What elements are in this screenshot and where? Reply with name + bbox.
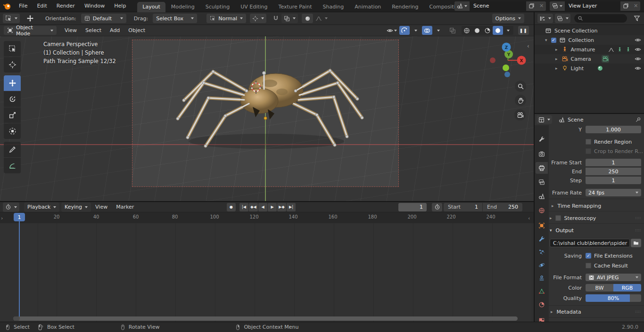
gizmos-dropdown[interactable] — [411, 26, 421, 35]
menu-window[interactable]: Window — [80, 0, 109, 12]
pan-hand-button[interactable] — [515, 95, 526, 106]
overlays-toggle[interactable] — [422, 26, 432, 35]
menu-add[interactable]: Add — [106, 27, 124, 33]
pin-icon[interactable] — [635, 117, 641, 123]
color-rgb-button[interactable]: RGB — [613, 284, 641, 292]
keying-dropdown[interactable]: Keying — [61, 202, 91, 212]
prev-keyframe-button[interactable]: ◆◀ — [249, 203, 258, 211]
sidebar-collapse-arrow[interactable]: ‹ — [527, 43, 529, 49]
timeline-tracks[interactable] — [0, 223, 534, 322]
delete-scene-button[interactable]: ✕ — [537, 1, 546, 11]
viewport-canvas[interactable]: Camera Perspective (1) Collection | Sphe… — [0, 36, 534, 201]
jump-to-start-button[interactable]: |◀ — [239, 203, 248, 211]
cache-result-checkbox[interactable] — [586, 263, 591, 268]
browse-scene-button[interactable] — [454, 1, 470, 11]
zoom-button[interactable] — [515, 81, 526, 92]
shading-dropdown[interactable] — [503, 26, 513, 35]
tool-move[interactable] — [4, 75, 21, 91]
tool-transform[interactable] — [4, 123, 21, 139]
stereoscopy-section[interactable]: ▸Stereoscopy∷∷ — [549, 214, 644, 222]
snap-with-dropdown[interactable] — [281, 14, 298, 23]
drag-dropdown[interactable]: Select Box — [153, 14, 197, 23]
gizmos-toggle[interactable] — [399, 26, 410, 35]
menu-edit[interactable]: Edit — [32, 0, 51, 12]
properties-tab-render[interactable] — [536, 148, 548, 160]
frame-rate-dropdown[interactable]: 24 fps — [586, 189, 641, 196]
xray-toggle[interactable] — [447, 26, 458, 35]
navigation-gizmo[interactable]: Y Z X — [489, 41, 528, 79]
hide-camera-eye-icon[interactable] — [635, 56, 641, 62]
output-section-header[interactable]: ▾Output∷∷ — [549, 226, 644, 235]
hide-light-eye-icon[interactable] — [635, 65, 641, 72]
shading-wireframe-button[interactable] — [462, 26, 472, 35]
outliner-display-mode-dropdown[interactable] — [537, 14, 553, 23]
outliner-row-light[interactable]: ▸ Light — [535, 64, 644, 73]
hide-collection-eye-icon[interactable] — [635, 37, 641, 43]
tab-sculpting[interactable]: Sculpting — [200, 2, 235, 12]
object-visibility-dropdown[interactable] — [385, 26, 398, 35]
metadata-section[interactable]: ▸Metadata∷∷ — [549, 308, 644, 316]
move-gizmo-icon[interactable] — [26, 15, 34, 22]
properties-editor-type-dropdown[interactable] — [537, 115, 552, 124]
timeline-horizontal-scrollbar[interactable] — [13, 316, 518, 321]
menu-render[interactable]: Render — [52, 0, 80, 12]
tool-scale[interactable] — [4, 107, 21, 123]
copy-view-layer-button[interactable] — [620, 1, 631, 11]
frame-end-widget[interactable]: End250 — [483, 203, 522, 211]
outliner-search-input[interactable] — [574, 14, 627, 23]
properties-tab-material[interactable] — [536, 299, 548, 310]
view-layer-name[interactable]: View Layer — [565, 1, 620, 11]
time-remapping-section[interactable]: ▸Time Remapping — [549, 202, 644, 210]
playback-dropdown[interactable]: Playback — [24, 202, 59, 212]
camera-view-button[interactable] — [514, 109, 526, 121]
outliner-row-camera[interactable]: ▸ Camera — [535, 54, 644, 64]
proportional-editing-toggle[interactable] — [302, 14, 313, 23]
color-bw-button[interactable]: BW — [586, 284, 613, 292]
delete-view-layer-button[interactable]: ✕ — [631, 1, 640, 11]
playhead-frame-badge[interactable]: 1 — [14, 213, 25, 221]
playhead-line[interactable] — [19, 221, 20, 316]
current-frame-field[interactable]: 1 — [398, 203, 427, 211]
scene-name[interactable]: Scene — [470, 1, 526, 11]
timeline-ruler[interactable]: 2040 6080 100120 140160 180200 220240 — [0, 212, 534, 223]
outliner-row-armature[interactable]: ▸ Armature — [535, 45, 644, 54]
stereoscopy-checkbox[interactable] — [555, 215, 561, 221]
properties-tab-world[interactable] — [536, 204, 548, 216]
properties-tab-physics[interactable] — [536, 259, 548, 271]
jump-to-end-button[interactable]: ▶| — [287, 203, 296, 211]
tab-shading[interactable]: Shading — [318, 2, 349, 12]
quality-slider[interactable]: 80% — [586, 294, 641, 302]
file-format-dropdown[interactable]: AVI JPEG — [586, 274, 641, 281]
timeline-left-expand-arrow[interactable]: › — [1, 215, 3, 221]
shading-material-button[interactable] — [482, 26, 493, 35]
copy-scene-button[interactable] — [526, 1, 537, 11]
menu-select[interactable]: Select — [81, 27, 106, 33]
play-button[interactable]: ▶ — [268, 203, 277, 211]
timeline-menu-view[interactable]: View — [91, 204, 112, 210]
snap-orientation-dropdown[interactable]: Normal — [206, 14, 246, 23]
properties-tab-constraints[interactable] — [536, 272, 548, 284]
frame-step-field[interactable]: 1 — [586, 177, 641, 184]
properties-tab-scene[interactable] — [536, 190, 548, 202]
output-path-field[interactable]: C:\vishal club\blender\spider — [550, 239, 630, 247]
properties-tab-object[interactable] — [536, 219, 548, 231]
open-file-browser-button[interactable] — [631, 239, 641, 247]
pivot-point-dropdown[interactable] — [250, 14, 266, 23]
options-dropdown[interactable]: Options — [492, 14, 524, 23]
tab-layout[interactable]: Layout — [137, 2, 165, 12]
tool-select-box[interactable] — [4, 41, 21, 57]
timeline-editor-type-dropdown[interactable] — [3, 202, 19, 212]
crop-to-render-checkbox[interactable] — [586, 148, 591, 154]
outliner-row-scene-collection[interactable]: Scene Collection — [535, 26, 644, 35]
properties-tab-modifiers[interactable] — [536, 233, 548, 244]
menu-help[interactable]: Help — [109, 0, 131, 12]
properties-tab-output[interactable] — [536, 162, 548, 174]
browse-view-layer-button[interactable] — [550, 1, 565, 11]
tool-rotate[interactable] — [4, 91, 21, 107]
outliner-row-collection[interactable]: ▾ ✓ Collection — [535, 35, 644, 45]
outliner-filter-dropdown[interactable] — [555, 14, 570, 23]
tool-cursor[interactable] — [4, 57, 21, 73]
resolution-y-field[interactable]: 1.000 — [586, 126, 641, 133]
properties-tab-particles[interactable] — [536, 246, 548, 258]
active-tool-dropdown[interactable] — [3, 14, 20, 23]
